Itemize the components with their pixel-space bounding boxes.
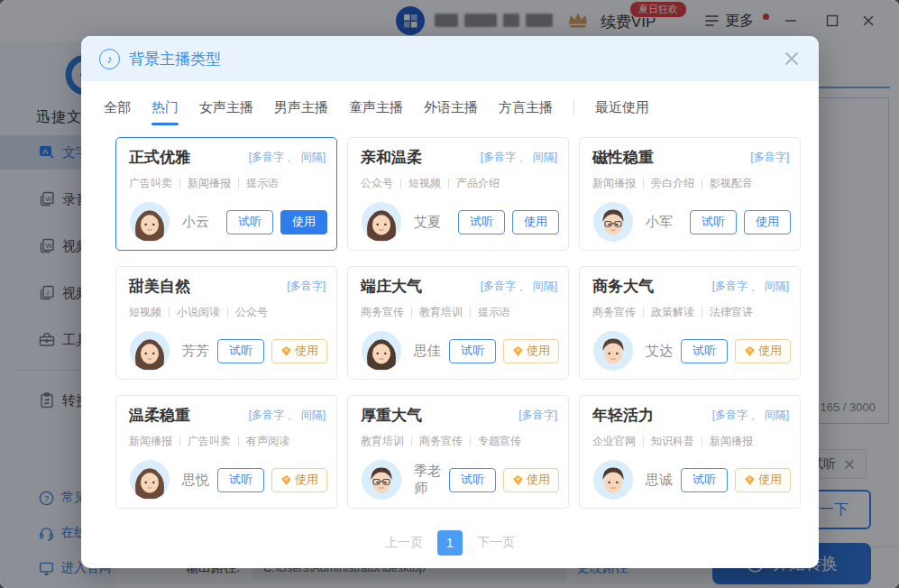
voice-tag: 广告叫卖 xyxy=(188,434,231,449)
voice-tags: 商务宣传政策解读法律宣讲 xyxy=(592,305,789,320)
prev-page-button[interactable]: 上一页 xyxy=(385,535,423,551)
voice-card[interactable]: 厚重大气[多音字]教育培训商务宣传专题宣传季老师试听使用 xyxy=(347,395,569,509)
card-header: 商务大气[多音字 、 间隔] xyxy=(592,276,789,297)
tag-separator xyxy=(448,179,449,188)
use-button[interactable]: 使用 xyxy=(503,339,559,363)
use-button[interactable]: 使用 xyxy=(735,339,791,363)
tag-separator xyxy=(179,436,180,446)
voice-title: 商务大气 xyxy=(592,276,654,297)
tag-separator xyxy=(169,308,170,317)
card-header: 磁性稳重[多音字] xyxy=(592,147,789,168)
card-footer: 小军试听使用 xyxy=(592,201,791,243)
voice-tag: 新闻播报 xyxy=(188,176,231,191)
use-button[interactable]: 使用 xyxy=(280,210,327,234)
voice-name: 季老师 xyxy=(414,463,449,497)
use-button-label: 使用 xyxy=(527,472,550,488)
card-footer: 思悦试听使用 xyxy=(129,459,327,501)
voice-tag: 知识科普 xyxy=(651,434,694,449)
voice-card[interactable]: 商务大气[多音字 、 间隔]商务宣传政策解读法律宣讲艾达试听使用 xyxy=(579,266,801,380)
use-button[interactable]: 使用 xyxy=(512,210,559,234)
voice-name: 艾夏 xyxy=(414,214,458,231)
voice-tag: 企业官网 xyxy=(592,434,636,449)
use-button-label: 使用 xyxy=(524,214,547,230)
modal-tab[interactable]: 热门 xyxy=(151,99,179,116)
avatar xyxy=(592,201,634,243)
voice-card-grid: 正式优雅[多音字 、 间隔]广告叫卖新闻播报提示语小云试听使用亲和温柔[多音字 … xyxy=(115,137,801,509)
use-button-label: 使用 xyxy=(758,472,782,488)
next-page-button[interactable]: 下一页 xyxy=(477,535,515,551)
listen-button[interactable]: 试听 xyxy=(458,210,505,234)
voice-tag: 广告叫卖 xyxy=(129,176,172,191)
card-header: 亲和温柔[多音字 、 间隔] xyxy=(361,147,557,168)
voice-tags: 教育培训商务宣传专题宣传 xyxy=(361,434,557,449)
vip-gem-icon xyxy=(744,345,756,357)
voice-tag: 商务宣传 xyxy=(361,305,404,320)
modal-header: ♪ 背景主播类型 xyxy=(81,36,819,81)
voice-tag: 小说阅读 xyxy=(177,305,220,320)
tag-separator xyxy=(643,308,644,317)
modal-tab[interactable]: 女声主播 xyxy=(199,99,253,116)
voice-card[interactable]: 磁性稳重[多音字]新闻播报旁白介绍影视配音小军试听使用 xyxy=(579,137,801,251)
voice-tag: 教育培训 xyxy=(361,434,404,449)
card-header: 年轻活力[多音字 、 间隔] xyxy=(592,405,789,426)
modal-tab[interactable]: 童声主播 xyxy=(349,99,403,116)
voice-tag: 商务宣传 xyxy=(419,434,463,449)
use-button-label: 使用 xyxy=(527,343,550,359)
modal-tab[interactable]: 最近使用 xyxy=(595,99,649,116)
avatar xyxy=(129,201,170,243)
voice-feature-badge: [多音字 、 间隔] xyxy=(481,279,557,294)
voice-tags: 短视频小说阅读公众号 xyxy=(129,305,326,320)
listen-button[interactable]: 试听 xyxy=(217,468,264,492)
voice-card[interactable]: 甜美自然[多音字]短视频小说阅读公众号芳芳试听使用 xyxy=(115,266,337,380)
tag-separator xyxy=(643,179,644,188)
voice-card[interactable]: 端庄大气[多音字 、 间隔]商务宣传教育培训提示语思佳试听使用 xyxy=(347,266,569,380)
voice-card[interactable]: 温柔稳重[多音字 、 间隔]新闻播报广告叫卖有声阅读思悦试听使用 xyxy=(115,395,337,509)
tag-separator xyxy=(238,436,239,446)
modal-close-icon[interactable] xyxy=(783,50,801,68)
voice-tag: 产品介绍 xyxy=(456,176,500,191)
modal-tab[interactable]: 外语主播 xyxy=(424,99,478,116)
voice-title: 磁性稳重 xyxy=(592,147,654,168)
listen-button[interactable]: 试听 xyxy=(449,468,496,492)
vip-gem-icon xyxy=(744,474,756,486)
voice-tag: 影视配音 xyxy=(710,176,753,191)
page-number[interactable]: 1 xyxy=(437,530,463,556)
listen-button[interactable]: 试听 xyxy=(681,339,728,363)
voice-tag: 专题宣传 xyxy=(478,434,521,449)
voice-card[interactable]: 年轻活力[多音字 、 间隔]企业官网知识科普新闻播报思诚试听使用 xyxy=(579,395,801,509)
voice-tag: 新闻播报 xyxy=(710,434,753,449)
modal-title: 背景主播类型 xyxy=(129,49,221,69)
avatar xyxy=(129,330,170,372)
tag-separator xyxy=(411,308,412,317)
avatar xyxy=(592,459,634,501)
voice-name: 思佳 xyxy=(414,343,449,360)
use-button[interactable]: 使用 xyxy=(744,210,791,234)
voice-tag: 短视频 xyxy=(129,305,161,320)
modal-tab[interactable]: 男声主播 xyxy=(274,99,328,116)
use-button[interactable]: 使用 xyxy=(735,468,791,492)
listen-button[interactable]: 试听 xyxy=(681,468,728,492)
voice-tag: 提示语 xyxy=(478,305,510,320)
modal-tab[interactable]: 全部 xyxy=(104,99,131,116)
voice-tag: 教育培训 xyxy=(419,305,463,320)
card-footer: 艾夏试听使用 xyxy=(361,201,559,243)
listen-button[interactable]: 试听 xyxy=(217,339,264,363)
voice-card[interactable]: 正式优雅[多音字 、 间隔]广告叫卖新闻播报提示语小云试听使用 xyxy=(115,137,337,251)
listen-button[interactable]: 试听 xyxy=(449,339,496,363)
use-button[interactable]: 使用 xyxy=(503,468,559,492)
voice-card[interactable]: 亲和温柔[多音字 、 间隔]公众号短视频产品介绍艾夏试听使用 xyxy=(347,137,569,251)
listen-button[interactable]: 试听 xyxy=(690,210,737,234)
modal-tab[interactable]: 方言主播 xyxy=(499,99,553,116)
use-button[interactable]: 使用 xyxy=(271,339,327,363)
music-note-icon: ♪ xyxy=(99,49,120,69)
voice-name: 小军 xyxy=(646,214,690,231)
vip-gem-icon xyxy=(280,345,292,357)
listen-button[interactable]: 试听 xyxy=(226,210,273,234)
use-button[interactable]: 使用 xyxy=(271,468,327,492)
voice-feature-badge: [多音字 、 间隔] xyxy=(712,279,789,294)
card-footer: 思诚试听使用 xyxy=(592,459,791,501)
use-button-label: 使用 xyxy=(295,472,318,488)
voice-tag: 新闻播报 xyxy=(129,434,172,449)
voice-tags: 新闻播报广告叫卖有声阅读 xyxy=(129,434,326,449)
voice-tags: 商务宣传教育培训提示语 xyxy=(361,305,557,320)
